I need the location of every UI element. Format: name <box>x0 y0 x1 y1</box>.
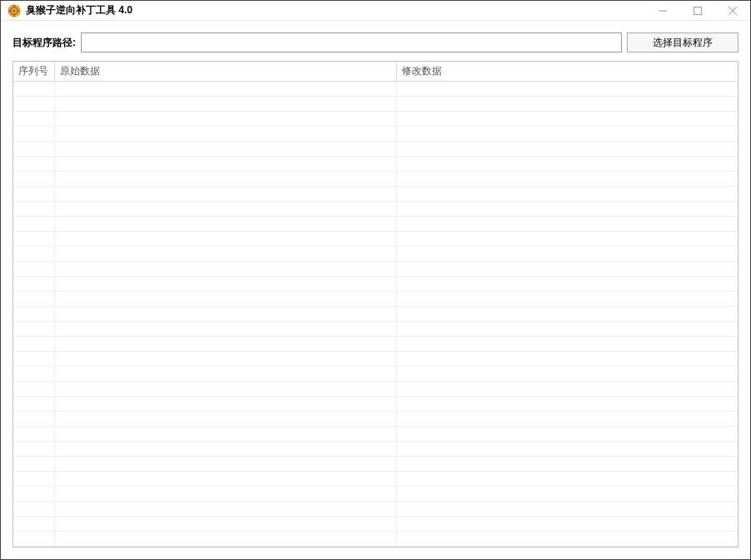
table-row[interactable] <box>13 142 738 157</box>
cell-seq <box>13 337 55 351</box>
cell-original <box>55 277 397 291</box>
table-row[interactable] <box>13 202 738 217</box>
cell-original <box>55 142 397 156</box>
cell-modified <box>397 232 738 246</box>
cell-modified <box>397 322 738 336</box>
table-row[interactable] <box>13 82 738 97</box>
table-row[interactable] <box>13 127 738 142</box>
cell-original <box>55 457 397 471</box>
table-row[interactable] <box>13 157 738 172</box>
cell-seq <box>13 247 55 261</box>
cell-modified <box>397 412 738 426</box>
table-row[interactable] <box>13 472 738 487</box>
table-row[interactable] <box>13 292 738 307</box>
table-row[interactable] <box>13 232 738 247</box>
cell-seq <box>13 202 55 216</box>
maximize-button[interactable] <box>680 1 715 20</box>
table-header: 序列号 原始数据 修改数据 <box>13 62 738 82</box>
cell-seq <box>13 277 55 291</box>
cell-seq <box>13 232 55 246</box>
cell-original <box>55 322 397 336</box>
toolbar: 目标程序路径: 选择目标程序 <box>13 32 738 52</box>
cell-seq <box>13 457 55 471</box>
cell-modified <box>397 202 738 216</box>
table-row[interactable] <box>13 187 738 202</box>
cell-original <box>55 247 397 261</box>
cell-modified <box>397 472 738 486</box>
cell-seq <box>13 472 55 486</box>
table-row[interactable] <box>13 97 738 112</box>
table-row[interactable] <box>13 532 738 547</box>
cell-modified <box>397 442 738 456</box>
cell-seq <box>13 382 55 396</box>
cell-seq <box>13 322 55 336</box>
window-controls <box>645 1 750 20</box>
cell-original <box>55 217 397 231</box>
table-row[interactable] <box>13 442 738 457</box>
cell-seq <box>13 412 55 426</box>
cell-original <box>55 502 397 516</box>
cell-modified <box>397 352 738 366</box>
table-row[interactable] <box>13 247 738 262</box>
cell-modified <box>397 457 738 471</box>
table-row[interactable] <box>13 502 738 517</box>
cell-seq <box>13 172 55 186</box>
cell-modified <box>397 172 738 186</box>
table-row[interactable] <box>13 427 738 442</box>
target-path-input[interactable] <box>81 32 622 52</box>
cell-original <box>55 427 397 441</box>
cell-modified <box>397 157 738 171</box>
table-row[interactable] <box>13 352 738 367</box>
cell-modified <box>397 502 738 516</box>
cell-original <box>55 352 397 366</box>
cell-seq <box>13 127 55 141</box>
app-window: 臭猴子逆向补丁工具 4.0 目标程序路径: 选择目标程序 序列号 <box>0 0 751 560</box>
table-row[interactable] <box>13 517 738 532</box>
table-row[interactable] <box>13 322 738 337</box>
table-row[interactable] <box>13 487 738 502</box>
table-row[interactable] <box>13 412 738 427</box>
minimize-button[interactable] <box>645 1 680 20</box>
col-sequence[interactable]: 序列号 <box>13 62 55 82</box>
cell-seq <box>13 292 55 306</box>
cell-original <box>55 262 397 276</box>
cell-seq <box>13 367 55 381</box>
select-target-button[interactable]: 选择目标程序 <box>627 32 738 52</box>
cell-modified <box>397 112 738 126</box>
col-modified[interactable]: 修改数据 <box>397 62 738 82</box>
cell-original <box>55 157 397 171</box>
table-row[interactable] <box>13 397 738 412</box>
table-row[interactable] <box>13 367 738 382</box>
table-row[interactable] <box>13 277 738 292</box>
table-row[interactable] <box>13 382 738 397</box>
table-row[interactable] <box>13 307 738 322</box>
cell-seq <box>13 487 55 501</box>
cell-modified <box>397 97 738 111</box>
cell-modified <box>397 262 738 276</box>
cell-modified <box>397 382 738 396</box>
cell-seq <box>13 442 55 456</box>
cell-modified <box>397 217 738 231</box>
table-row[interactable] <box>13 457 738 472</box>
cell-seq <box>13 427 55 441</box>
cell-original <box>55 307 397 321</box>
data-table: 序列号 原始数据 修改数据 <box>13 61 738 548</box>
cell-original <box>55 442 397 456</box>
table-row[interactable] <box>13 217 738 232</box>
table-row[interactable] <box>13 262 738 277</box>
cell-seq <box>13 397 55 411</box>
cell-original <box>55 187 397 201</box>
table-row[interactable] <box>13 172 738 187</box>
cell-modified <box>397 397 738 411</box>
table-body[interactable] <box>13 82 738 547</box>
app-icon <box>8 4 21 18</box>
title-bar[interactable]: 臭猴子逆向补丁工具 4.0 <box>1 1 750 21</box>
cell-seq <box>13 217 55 231</box>
close-button[interactable] <box>715 1 750 20</box>
table-row[interactable] <box>13 112 738 127</box>
cell-seq <box>13 532 55 546</box>
cell-original <box>55 382 397 396</box>
table-row[interactable] <box>13 337 738 352</box>
cell-modified <box>397 307 738 321</box>
col-original[interactable]: 原始数据 <box>55 62 397 82</box>
